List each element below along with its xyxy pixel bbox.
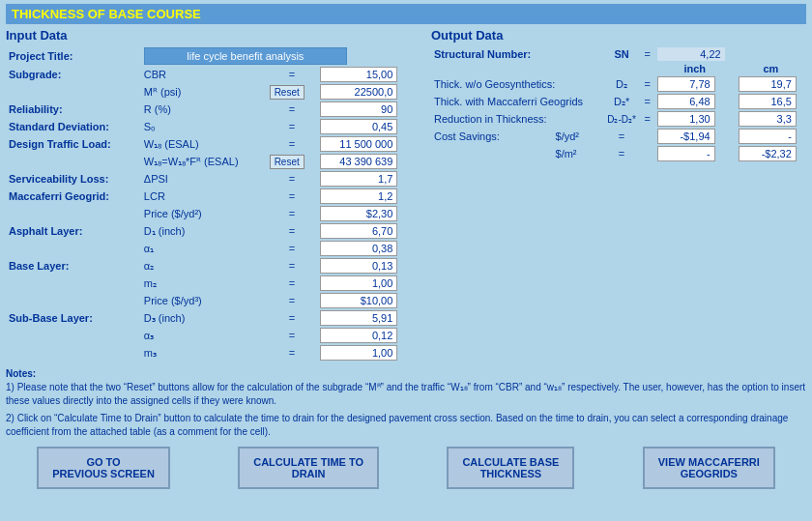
calc-time-to-drain-button[interactable]: CALCULATE TIME TODRAIN: [238, 447, 379, 489]
s0-value[interactable]: 0,45: [320, 119, 397, 134]
table-row: m₂ = 1,00: [6, 275, 421, 292]
mr-value[interactable]: 22500,0: [320, 84, 397, 100]
thick-with-macc-label: Thick. with Maccaferri Geogrids: [431, 93, 602, 110]
page-title: THICKNESS OF BASE COURSE: [6, 4, 806, 24]
dpsi-label: ΔPSI: [141, 170, 267, 188]
lcr-label: LCR: [141, 188, 267, 205]
table-row: inch cm: [431, 62, 806, 75]
table-row: Sub-Base Layer: D₃ (inch) = 5,91: [6, 309, 421, 327]
a3-value[interactable]: 0,12: [320, 328, 397, 343]
input-table: Project Title: life cycle benefit analys…: [6, 46, 421, 362]
d2d2star-inch: 1,30: [657, 111, 715, 127]
m3-label: m₃: [141, 344, 267, 362]
serviceability-label: Serviceability Loss:: [6, 170, 141, 188]
a1-value[interactable]: 0,38: [320, 241, 397, 256]
table-row: Base Layer: α₂ = 0,13: [6, 257, 421, 275]
reset-mr-button[interactable]: Reset: [270, 85, 304, 100]
table-row: Structural Number: SN = 4,22: [431, 46, 806, 62]
main-container: THICKNESS OF BASE COURSE Input Data Proj…: [0, 0, 812, 493]
asphalt-label: Asphalt Layer:: [6, 222, 141, 240]
maccaferri-label: Maccaferri Geogrid:: [6, 188, 141, 205]
a2-value[interactable]: 0,13: [320, 258, 397, 274]
r-label: R (%): [141, 101, 267, 118]
w18fr-value[interactable]: 43 390 639: [320, 154, 397, 169]
table-row: Asphalt Layer: D₁ (inch) = 6,70: [6, 222, 421, 240]
table-row: Thick. with Maccaferri Geogrids D₂* = 6,…: [431, 93, 806, 110]
project-title-value: life cycle benefit analysis: [144, 47, 347, 65]
notes-line2: 2) Click on “Calculate Time to Drain” bu…: [6, 412, 806, 439]
d2-cm: 19,7: [739, 76, 797, 92]
buttons-row: GO TOPREVIOUS SCREEN CALCULATE TIME TODR…: [6, 447, 806, 489]
col-inch: inch: [654, 62, 736, 75]
d1-label: D₁ (inch): [141, 222, 267, 240]
reset-w18-button[interactable]: Reset: [270, 155, 304, 169]
reliability-label: Reliability:: [6, 101, 141, 118]
table-row: Serviceability Loss: ΔPSI = 1,7: [6, 170, 421, 188]
table-row: W₁₈=W₁₈*Fᴿ (ESAL) Reset 43 390 639: [6, 153, 421, 170]
mr-label: Mᴿ (psi): [141, 83, 267, 101]
dol-m2-label: $/m²: [553, 145, 603, 162]
table-row: Thick. w/o Geosynthetics: D₂ = 7,78 19,7: [431, 75, 806, 93]
d2star-cm: 16,5: [739, 94, 797, 109]
r-value[interactable]: 90: [320, 101, 397, 117]
table-row: $/m² = - -$2,32: [431, 145, 806, 162]
cbr-label: CBR: [141, 66, 267, 83]
table-row: α₁ = 0,38: [6, 240, 421, 257]
w18-value[interactable]: 11 500 000: [320, 136, 397, 152]
price-yd3-value[interactable]: $10,00: [320, 293, 397, 308]
base-layer-label: Base Layer:: [6, 257, 141, 275]
dol-yd2-label: $/yd²: [553, 128, 603, 145]
dol-m2-inch: -: [657, 146, 715, 161]
table-row: Price ($/yd³) = $10,00: [6, 292, 421, 309]
notes-title: Notes:: [6, 367, 806, 381]
m2-value[interactable]: 1,00: [320, 275, 397, 291]
d2star-label: D₂*: [602, 93, 641, 110]
table-row: α₃ = 0,12: [6, 327, 421, 344]
table-row: Mᴿ (psi) Reset 22500,0: [6, 83, 421, 101]
table-row: Subgrade: CBR = 15,00: [6, 66, 421, 83]
goto-prev-button[interactable]: GO TOPREVIOUS SCREEN: [37, 447, 170, 489]
table-row: Design Traffic Load: W₁₈ (ESAL) = 11 500…: [6, 135, 421, 153]
table-row: Standard Deviation: S₀ = 0,45: [6, 118, 421, 135]
dol-yd2-inch: -$1,94: [657, 129, 715, 144]
table-row: Maccaferri Geogrid: LCR = 1,2: [6, 188, 421, 205]
view-maccaferri-button[interactable]: VIEW MACCAFERRIGEOGRIDS: [643, 447, 775, 489]
price-yd3-label: Price ($/yd³): [141, 292, 267, 309]
a1-label: α₁: [141, 240, 267, 257]
d2d2star-label: D₂-D₂*: [602, 110, 641, 128]
content-area: Input Data Project Title: life cycle ben…: [6, 28, 806, 362]
m3-value[interactable]: 1,00: [320, 345, 397, 361]
cbr-value[interactable]: 15,00: [320, 67, 397, 82]
d2-inch: 7,78: [657, 76, 715, 92]
col-cm: cm: [736, 62, 806, 75]
thick-wo-geo-label: Thick. w/o Geosynthetics:: [431, 75, 602, 93]
a2-label: α₂: [141, 257, 267, 275]
reduction-label: Reduction in Thickness:: [431, 110, 602, 128]
std-dev-label: Standard Deviation:: [6, 118, 141, 135]
a3-label: α₃: [141, 327, 267, 344]
right-panel: Output Data Structural Number: SN = 4,22…: [431, 28, 806, 362]
d3-label: D₃ (inch): [141, 309, 267, 327]
price-yd2-value[interactable]: $2,30: [320, 206, 397, 221]
w18-label: W₁₈ (ESAL): [141, 135, 267, 153]
m2-label: m₂: [141, 275, 267, 292]
d2d2star-cm: 3,3: [739, 111, 797, 127]
d3-value[interactable]: 5,91: [320, 310, 397, 326]
price-yd2-label: Price ($/yd²): [141, 205, 267, 222]
sn-value: 4,22: [657, 47, 725, 61]
d2star-inch: 6,48: [657, 94, 715, 109]
s0-label: S₀: [141, 118, 267, 135]
sn-abbr: SN: [602, 46, 641, 62]
table-row: Price ($/yd²) = $2,30: [6, 205, 421, 222]
calc-base-thickness-button[interactable]: CALCULATE BASETHICKNESS: [447, 447, 574, 489]
sn-label: Structural Number:: [431, 46, 602, 62]
lcr-value[interactable]: 1,2: [320, 188, 397, 204]
table-row: m₃ = 1,00: [6, 344, 421, 362]
dpsi-value[interactable]: 1,7: [320, 171, 397, 187]
dol-m2-cm: -$2,32: [739, 146, 797, 161]
output-data-title: Output Data: [431, 28, 806, 43]
d1-value[interactable]: 6,70: [320, 223, 397, 239]
output-table: Structural Number: SN = 4,22 inch cm Thi…: [431, 46, 806, 162]
dol-yd2-cm: -: [739, 129, 797, 144]
notes-area: Notes: 1) Please note that the two “Rese…: [6, 367, 806, 439]
